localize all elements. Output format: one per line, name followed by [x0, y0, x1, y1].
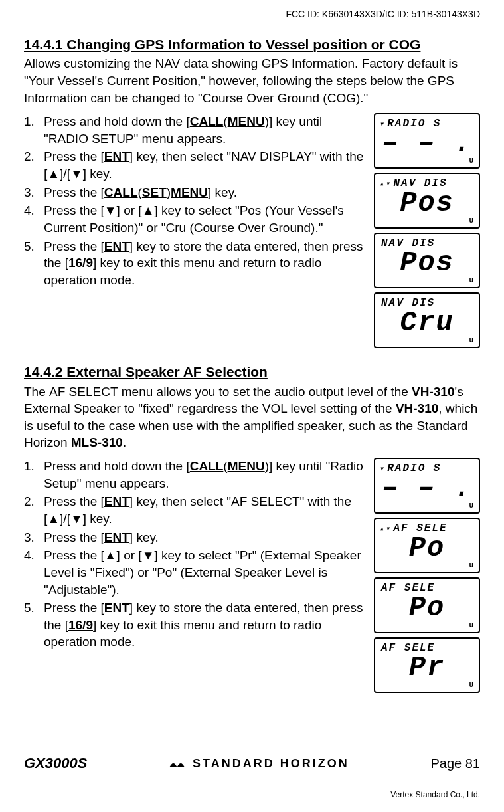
list-item: 1. Press and hold down the [CALL(MENU)] …: [24, 113, 366, 147]
step-number: 4.: [24, 202, 44, 236]
lcd-screen: NAV DISCruU: [374, 292, 480, 348]
list-item: 4. Press the [▼] or [▲] key to select "P…: [24, 202, 366, 236]
fcc-id-line: FCC ID: K6630143X3D/IC ID: 511B-30143X3D: [24, 8, 480, 21]
page-number: Page 81: [430, 755, 480, 773]
section-1-intro: Allows customizing the NAV data showing …: [24, 55, 480, 106]
brand-logo: STANDARD HORIZON: [169, 756, 349, 771]
arrow-icon: ▴▾: [379, 179, 391, 189]
section-2-title: 14.4.2 External Speaker AF Selection: [24, 363, 480, 381]
section-1-title: 14.4.1 Changing GPS Information to Vesse…: [24, 35, 480, 54]
step-text: Press the [▼] or [▲] key to select "Pos …: [44, 202, 366, 236]
step-number: 2.: [24, 493, 44, 527]
lcd-screen: ▴▾NAV DISPosU: [374, 173, 480, 229]
lcd-screen: AF SELEPoU: [374, 577, 480, 633]
step-text: Press the [ENT] key to store the data en…: [44, 238, 366, 289]
step-text: Press the [▲] or [▼] key to select "Pr" …: [44, 547, 366, 598]
step-text: Press the [ENT] key, then select "AF SEL…: [44, 493, 366, 527]
step-number: 5.: [24, 599, 44, 651]
lcd-screen: AF SELEPrU: [374, 637, 480, 693]
section-2-body: 1. Press and hold down the [CALL(MENU)] …: [24, 458, 480, 693]
arrow-icon: ▴▾: [379, 524, 391, 534]
list-item: 2. Press the [ENT] key, then select "AF …: [24, 493, 366, 527]
step-text: Press the [CALL(SET)MENU] key.: [44, 184, 237, 201]
list-item: 5. Press the [ENT] key to store the data…: [24, 599, 366, 651]
lcd-screen: NAV DISPosU: [374, 233, 480, 288]
page-footer: GX3000S STANDARD HORIZON Page 81: [24, 748, 480, 773]
list-item: 1. Press and hold down the [CALL(MENU)] …: [24, 458, 366, 492]
list-item: 4. Press the [▲] or [▼] key to select "P…: [24, 547, 366, 598]
brand-text: STANDARD HORIZON: [193, 756, 349, 771]
step-text: Press the [ENT] key.: [44, 529, 159, 546]
step-text: Press the [ENT] key, then select "NAV DI…: [44, 148, 366, 182]
step-text: Press and hold down the [CALL(MENU)] key…: [44, 458, 366, 492]
list-item: 3. Press the [ENT] key.: [24, 529, 366, 546]
section-2-steps: 1. Press and hold down the [CALL(MENU)] …: [24, 458, 366, 693]
lcd-screen: ▾RADIO S– – .U: [374, 113, 480, 169]
section-1-steps: 1. Press and hold down the [CALL(MENU)] …: [24, 113, 366, 348]
step-number: 1.: [24, 113, 44, 147]
lcd-screen: ▾RADIO S– – .U: [374, 458, 480, 514]
step-number: 2.: [24, 148, 44, 182]
model-label: GX3000S: [24, 754, 87, 773]
section-1-body: 1. Press and hold down the [CALL(MENU)] …: [24, 113, 480, 348]
list-item: 3. Press the [CALL(SET)MENU] key.: [24, 184, 366, 201]
step-number: 5.: [24, 238, 44, 289]
company-line: Vertex Standard Co., Ltd.: [390, 789, 480, 800]
step-number: 3.: [24, 184, 44, 201]
lcd-screen: ▴▾AF SELEPoU: [374, 518, 480, 573]
list-item: 2. Press the [ENT] key, then select "NAV…: [24, 148, 366, 182]
step-text: Press and hold down the [CALL(MENU)] key…: [44, 113, 366, 147]
step-number: 1.: [24, 458, 44, 492]
list-item: 5. Press the [ENT] key to store the data…: [24, 238, 366, 289]
step-text: Press the [ENT] key to store the data en…: [44, 599, 366, 651]
step-number: 3.: [24, 529, 44, 546]
section-2-lcd-stack: ▾RADIO S– – .U ▴▾AF SELEPoU AF SELEPoU A…: [374, 458, 480, 693]
section-1-lcd-stack: ▾RADIO S– – .U ▴▾NAV DISPosU NAV DISPosU…: [374, 113, 480, 348]
wave-icon: [169, 757, 187, 770]
section-2-intro: The AF SELECT menu allows you to set the…: [24, 383, 480, 452]
step-number: 4.: [24, 547, 44, 598]
